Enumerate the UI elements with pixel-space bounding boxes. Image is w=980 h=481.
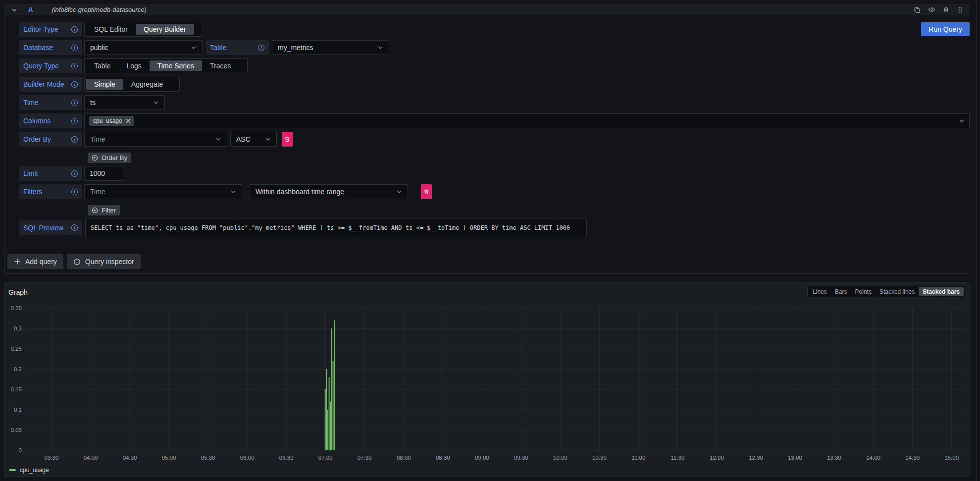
editor-type-label: Editor Type bbox=[19, 22, 82, 37]
svg-text:15:00: 15:00 bbox=[944, 455, 959, 461]
drag-handle-icon[interactable] bbox=[957, 6, 964, 13]
table-select[interactable]: my_metrics bbox=[272, 40, 389, 55]
info-icon[interactable] bbox=[71, 170, 78, 177]
query-editor: A (info8fcc-greptimedb-datasource) Run Q… bbox=[4, 4, 970, 274]
display-mode-option[interactable]: Stacked bars bbox=[919, 287, 964, 296]
add-query-button[interactable]: Add query bbox=[7, 254, 63, 269]
chevron-down-icon bbox=[153, 100, 159, 106]
info-icon[interactable] bbox=[71, 100, 78, 106]
columns-multiselect[interactable]: cpu_usage bbox=[84, 113, 970, 128]
svg-text:05:00: 05:00 bbox=[162, 455, 176, 461]
display-mode-option[interactable]: Lines bbox=[809, 287, 831, 296]
pane-splitter[interactable] bbox=[977, 0, 977, 481]
order-by-direction-select[interactable]: ASC bbox=[230, 132, 277, 147]
order-by-direction-value: ASC bbox=[236, 135, 251, 143]
delete-query-trash-icon[interactable] bbox=[943, 6, 949, 13]
limit-input[interactable]: 1000 bbox=[84, 166, 123, 181]
svg-text:07:30: 07:30 bbox=[358, 455, 372, 461]
query-type-toggle: TableLogsTime SeriesTraces bbox=[84, 58, 248, 73]
svg-text:0.1: 0.1 bbox=[14, 407, 22, 413]
time-select[interactable]: ts bbox=[84, 95, 165, 110]
sql-preview-row: SQL Preview SELECT ts as "time", cpu_usa… bbox=[19, 218, 970, 237]
remove-order-by-button[interactable] bbox=[282, 132, 293, 147]
info-icon[interactable] bbox=[71, 63, 78, 69]
info-icon[interactable] bbox=[71, 81, 78, 88]
editor-type-option[interactable]: Query Builder bbox=[136, 24, 194, 35]
order-by-column-select[interactable]: Time bbox=[84, 132, 227, 147]
chevron-down-icon bbox=[265, 136, 271, 142]
filters-label-text: Filters bbox=[23, 188, 42, 196]
collapse-chevron-icon[interactable] bbox=[11, 6, 18, 13]
order-by-label-text: Order By bbox=[23, 135, 51, 143]
columns-label: Columns bbox=[19, 113, 82, 128]
add-order-by-button[interactable]: Order By bbox=[88, 153, 131, 163]
info-icon[interactable] bbox=[71, 118, 78, 124]
legend-series-marker bbox=[9, 469, 16, 471]
hide-query-eye-icon[interactable] bbox=[928, 6, 935, 13]
table-label-text: Table bbox=[210, 44, 226, 52]
display-mode-option[interactable]: Stacked lines bbox=[876, 287, 919, 296]
time-label-text: Time bbox=[23, 99, 39, 107]
remove-tag-icon[interactable] bbox=[126, 118, 131, 123]
order-by-label: Order By bbox=[19, 132, 82, 147]
svg-text:03:30: 03:30 bbox=[45, 455, 59, 461]
info-icon[interactable] bbox=[71, 45, 78, 51]
display-mode-option[interactable]: Points bbox=[851, 287, 876, 296]
svg-text:0.15: 0.15 bbox=[11, 386, 22, 392]
editor-type-option[interactable]: SQL Editor bbox=[86, 24, 136, 35]
add-filter-button[interactable]: Filter bbox=[88, 205, 120, 215]
builder-mode-option[interactable]: Aggregate bbox=[123, 79, 171, 90]
info-icon[interactable] bbox=[71, 224, 78, 231]
run-query-button[interactable]: Run Query bbox=[921, 22, 970, 36]
filters-label: Filters bbox=[19, 184, 82, 199]
sql-preview-code: SELECT ts as "time", cpu_usage FROM "pub… bbox=[85, 218, 587, 237]
editor-type-toggle: SQL EditorQuery Builder bbox=[84, 22, 203, 37]
query-ref-id: A bbox=[28, 6, 33, 13]
datasource-name: (info8fcc-greptimedb-datasource) bbox=[52, 6, 146, 13]
query-type-option[interactable]: Time Series bbox=[150, 60, 202, 71]
database-select[interactable]: public bbox=[84, 40, 203, 55]
time-row: Time ts bbox=[19, 95, 970, 110]
time-series-chart[interactable]: 00.050.10.150.20.250.30.3503:3004:0004:3… bbox=[4, 283, 969, 477]
database-select-value: public bbox=[90, 44, 108, 52]
database-label: Database bbox=[19, 40, 82, 55]
query-inspector-button[interactable]: Query inspector bbox=[67, 254, 141, 269]
filter-condition-select[interactable]: Within dashboard time range bbox=[250, 184, 408, 199]
svg-text:12:00: 12:00 bbox=[710, 455, 724, 461]
svg-text:14:00: 14:00 bbox=[866, 455, 880, 461]
sql-preview-label-text: SQL Preview bbox=[23, 224, 63, 232]
filter-column-select[interactable]: Time bbox=[84, 184, 242, 199]
query-type-row: Query Type TableLogsTime SeriesTraces bbox=[19, 58, 970, 73]
query-type-option[interactable]: Traces bbox=[202, 60, 239, 71]
remove-filter-button[interactable] bbox=[421, 184, 432, 199]
query-inspector-label: Query inspector bbox=[85, 258, 134, 266]
builder-mode-toggle: SimpleAggregate bbox=[84, 77, 180, 92]
add-filter-row: Filter bbox=[19, 205, 970, 215]
builder-mode-row: Builder Mode SimpleAggregate bbox=[19, 77, 970, 92]
query-type-option[interactable]: Table bbox=[86, 60, 118, 71]
info-icon[interactable] bbox=[71, 26, 78, 33]
svg-text:08:30: 08:30 bbox=[436, 455, 450, 461]
svg-text:08:00: 08:00 bbox=[397, 455, 411, 461]
builder-mode-label: Builder Mode bbox=[19, 77, 82, 92]
info-icon[interactable] bbox=[71, 189, 78, 195]
svg-text:13:00: 13:00 bbox=[788, 455, 802, 461]
query-actions bbox=[914, 6, 964, 13]
columns-tags: cpu_usage bbox=[89, 116, 134, 126]
limit-input-value: 1000 bbox=[90, 169, 105, 177]
info-icon[interactable] bbox=[71, 136, 78, 143]
info-icon[interactable] bbox=[258, 45, 264, 51]
svg-text:06:30: 06:30 bbox=[279, 455, 294, 461]
legend-series-label[interactable]: cpu_usage bbox=[20, 467, 49, 474]
display-mode-option[interactable]: Bars bbox=[831, 287, 851, 296]
time-label: Time bbox=[19, 95, 82, 110]
filter-column-value: Time bbox=[90, 188, 105, 196]
svg-text:11:00: 11:00 bbox=[631, 455, 645, 461]
chevron-down-icon bbox=[959, 118, 965, 124]
add-filter-label: Filter bbox=[102, 207, 116, 214]
svg-text:10:30: 10:30 bbox=[592, 455, 607, 461]
query-type-option[interactable]: Logs bbox=[118, 60, 149, 71]
builder-mode-option[interactable]: Simple bbox=[86, 79, 123, 90]
limit-row: Limit 1000 bbox=[19, 166, 970, 181]
duplicate-query-icon[interactable] bbox=[914, 6, 921, 13]
